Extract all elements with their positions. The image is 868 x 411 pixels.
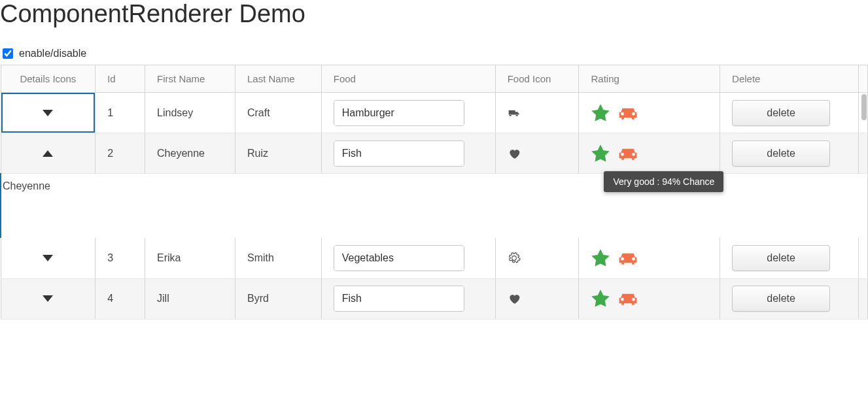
food-select-input[interactable] [334,286,464,311]
cell-id: 1 [95,93,145,133]
star-icon [591,289,610,308]
enable-checkbox[interactable] [3,48,13,59]
cell-first-name: Cheyenne [145,133,235,174]
truck-icon [508,107,521,120]
scrollbar [858,133,867,174]
delete-button[interactable]: delete [732,286,830,312]
col-header-last[interactable]: Last Name [235,65,321,93]
col-header-rating[interactable]: Rating [579,65,720,93]
cell-food-icon [495,133,579,174]
cell-food-icon [495,93,579,133]
enable-label[interactable]: enable/disable [19,48,86,59]
cell-last-name: Ruiz [235,133,321,174]
food-select-input[interactable] [334,101,464,125]
detail-row: Cheyenne [1,174,868,238]
car-icon [617,248,639,268]
cell-first-name: Jill [145,278,235,319]
caret-down-icon [43,295,53,302]
cell-last-name: Byrd [235,278,321,319]
food-select-input[interactable] [334,246,464,271]
delete-button[interactable]: delete [732,100,830,126]
star-icon [591,103,610,123]
caret-down-icon [43,255,53,261]
heart-icon [508,292,521,305]
star-icon [591,144,610,163]
rating-cell [591,289,708,308]
caret-down-icon [43,110,53,116]
cell-first-name: Erika [145,238,235,278]
star-icon [591,248,610,268]
table-row: 2CheyenneRuizVery good : 94% Chancedelet… [1,133,868,174]
car-icon [617,103,639,123]
cell-id: 3 [95,238,145,278]
scrollbar [858,278,867,319]
col-header-first[interactable]: First Name [145,65,235,93]
cell-id: 4 [95,278,145,319]
header-row: Details Icons Id First Name Last Name Fo… [1,65,868,93]
table-row: 3ErikaSmithdelete [1,238,868,278]
col-header-foodicon[interactable]: Food Icon [495,65,579,93]
food-select-input[interactable] [334,141,464,166]
caret-up-icon [43,150,53,157]
heart-icon [508,147,521,160]
table-row: 1LindseyCraftdelete [1,93,868,133]
delete-button[interactable]: delete [732,140,830,167]
page-title: ComponentRenderer Demo [0,0,868,28]
rating-cell: Very good : 94% Chance [591,144,708,163]
details-toggle[interactable] [1,133,95,173]
delete-button[interactable]: delete [732,245,830,271]
food-select[interactable] [334,245,464,271]
cell-last-name: Craft [235,93,321,133]
food-select[interactable] [334,140,464,167]
scrollbar[interactable] [858,93,867,133]
col-header-details[interactable]: Details Icons [1,65,95,93]
col-header-scroll [858,65,867,93]
rating-cell [591,248,708,268]
scrollbar [858,238,867,278]
data-grid: Details Icons Id First Name Last Name Fo… [0,65,868,320]
car-icon [617,289,639,308]
rating-cell [591,103,708,123]
gear-icon [508,252,521,265]
cell-food-icon [495,278,579,319]
car-icon [617,144,639,163]
col-header-food[interactable]: Food [321,65,495,93]
details-toggle[interactable] [1,279,95,319]
cell-last-name: Smith [235,238,321,278]
detail-content: Cheyenne [1,174,868,238]
col-header-id[interactable]: Id [95,65,145,93]
details-toggle[interactable] [1,238,95,278]
col-header-delete[interactable]: Delete [720,65,859,93]
details-toggle[interactable] [1,93,95,133]
cell-id: 2 [95,133,145,174]
table-row: 4JillByrddelete [1,278,868,319]
cell-first-name: Lindsey [145,93,235,133]
cell-food-icon [495,238,579,278]
food-select[interactable] [334,286,464,312]
rating-tooltip: Very good : 94% Chance [604,171,723,192]
food-select[interactable] [334,100,464,126]
enable-toggle-row: enable/disable [0,46,868,61]
